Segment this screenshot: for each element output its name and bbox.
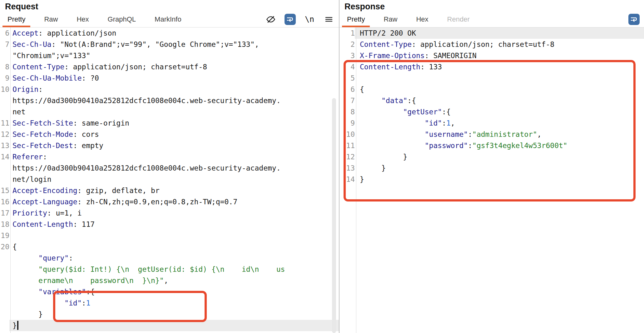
code-line: "id":1 — [0, 297, 339, 309]
code-line: https://0ad300b90410a252812dcfc1008e004c… — [0, 95, 339, 106]
line-number: 11 — [339, 140, 355, 151]
line-number: 9 — [339, 117, 355, 129]
code-line: 11Sec-Fetch-Site: same-origin — [0, 117, 339, 129]
code-line: "variables":{ — [0, 286, 339, 297]
line-number — [0, 174, 9, 185]
line-number — [0, 252, 9, 264]
code-line: 12Sec-Fetch-Mode: cors — [0, 129, 339, 140]
line-number — [0, 106, 9, 117]
response-panel: Response PrettyRawHexRender 1HTTP/2 200 … — [339, 0, 644, 333]
line-number — [0, 309, 9, 320]
response-panel-title: Response — [339, 0, 644, 11]
line-number — [0, 286, 9, 297]
line-number: 13 — [0, 140, 9, 151]
line-number: 1 — [339, 27, 355, 39]
line-number: 4 — [339, 61, 355, 72]
tab-hex[interactable]: Hex — [411, 11, 433, 27]
line-number: 7 — [0, 39, 9, 50]
code-line: 7Sec-Ch-Ua: "Not(A:Brand";v="99", "Googl… — [0, 39, 339, 50]
tab-render[interactable]: Render — [442, 11, 475, 27]
request-scrollbar[interactable] — [332, 98, 336, 333]
request-editor[interactable]: 6Accept: application/json7Sec-Ch-Ua: "No… — [0, 27, 339, 331]
code-line: 20{ — [0, 241, 339, 252]
line-number: 9 — [0, 72, 9, 84]
line-number: 11 — [0, 117, 9, 129]
code-line: https://0ad300b90410a252812dcfc1008e004c… — [0, 162, 339, 174]
code-line: net — [0, 106, 339, 117]
code-line: } — [0, 309, 339, 320]
code-line: 16Accept-Language: zh-CN,zh;q=0.9,en;q=0… — [0, 196, 339, 207]
line-number: 17 — [0, 207, 9, 219]
line-number: 15 — [0, 185, 9, 196]
code-line: 10 "username":"administrator", — [339, 129, 644, 140]
response-tabs: PrettyRawHexRender — [342, 11, 483, 27]
line-number: 3 — [339, 50, 355, 61]
line-number: 14 — [0, 151, 9, 162]
code-line: net/login — [0, 174, 339, 185]
code-line: 13Sec-Fetch-Dest: empty — [0, 140, 339, 151]
line-number — [0, 275, 9, 286]
code-line: "query": — [0, 252, 339, 264]
line-number: 16 — [0, 196, 9, 207]
tab-hex[interactable]: Hex — [72, 11, 94, 27]
tab-pretty[interactable]: Pretty — [2, 11, 30, 27]
tab-graphql[interactable]: GraphQL — [103, 11, 141, 27]
tab-pretty[interactable]: Pretty — [342, 11, 370, 27]
code-line: 3X-Frame-Options: SAMEORIGIN — [339, 50, 644, 61]
menu-icon[interactable] — [323, 14, 334, 25]
line-number: 5 — [339, 72, 355, 84]
code-line: 13 } — [339, 162, 644, 174]
hide-eye-icon[interactable] — [265, 14, 276, 25]
code-line: 12 } — [339, 151, 644, 162]
code-line: 7 "data":{ — [339, 95, 644, 106]
code-line: } — [0, 320, 339, 331]
code-line: 6{ — [339, 84, 644, 95]
line-number: 6 — [0, 27, 9, 39]
code-line: 10Origin: — [0, 84, 339, 95]
code-line: 1HTTP/2 200 OK — [339, 27, 644, 39]
tab-raw[interactable]: Raw — [379, 11, 402, 27]
request-panel: Request PrettyRawHexGraphQLMarkInfo — [0, 0, 339, 333]
tab-raw[interactable]: Raw — [39, 11, 63, 27]
line-number — [0, 50, 9, 61]
code-line: 11 "password":"gsf3t4egkel4w53r600t" — [339, 140, 644, 151]
line-number — [0, 320, 9, 331]
code-line: 14Referer: — [0, 151, 339, 162]
line-number: 20 — [0, 241, 9, 252]
code-line: 8 "getUser":{ — [339, 106, 644, 117]
code-line: ername\n password\n }\n}", — [0, 275, 339, 286]
tab-markinfo[interactable]: MarkInfo — [150, 11, 186, 27]
line-number: 2 — [339, 39, 355, 50]
request-tabbar: PrettyRawHexGraphQLMarkInfo — [0, 11, 339, 27]
line-number: 6 — [339, 84, 355, 95]
line-number: 7 — [339, 95, 355, 106]
newline-toggle-icon[interactable]: \n — [304, 14, 315, 25]
line-number: 19 — [0, 230, 9, 241]
request-panel-title: Request — [0, 0, 339, 11]
response-toolbar — [628, 14, 644, 25]
response-viewer[interactable]: 1HTTP/2 200 OK2Content-Type: application… — [339, 27, 644, 185]
line-number — [0, 95, 9, 106]
code-line: 9 "id":1, — [339, 117, 644, 129]
code-line: "query($id: Int!) {\n getUser(id: $id) {… — [0, 264, 339, 275]
word-wrap-icon[interactable] — [628, 14, 640, 25]
line-number: 12 — [0, 129, 9, 140]
code-line: 4Content-Length: 133 — [339, 61, 644, 72]
word-wrap-icon[interactable] — [285, 14, 296, 25]
panel-splitter[interactable] — [339, 0, 339, 333]
code-line: 17Priority: u=1, i — [0, 207, 339, 219]
code-line: "Chromium";v="133" — [0, 50, 339, 61]
code-line: 6Accept: application/json — [0, 27, 339, 39]
code-line: 18Content-Length: 117 — [0, 219, 339, 230]
response-tabbar: PrettyRawHexRender — [339, 11, 644, 27]
line-number: 8 — [339, 106, 355, 117]
request-tabs: PrettyRawHexGraphQLMarkInfo — [2, 11, 195, 27]
text-cursor — [17, 321, 18, 330]
code-line: 9Sec-Ch-Ua-Mobile: ?0 — [0, 72, 339, 84]
newline-toggle-label: \n — [305, 15, 314, 24]
code-line: 2Content-Type: application/json; charset… — [339, 39, 644, 50]
line-number — [0, 264, 9, 275]
line-number — [0, 162, 9, 174]
code-line: 8Content-Type: application/json; charset… — [0, 61, 339, 72]
line-number — [0, 297, 9, 309]
